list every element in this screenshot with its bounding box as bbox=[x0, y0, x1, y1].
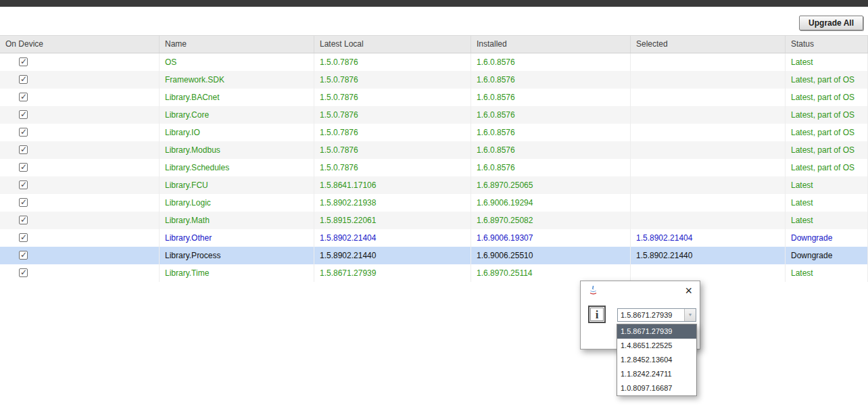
row-selected-version bbox=[631, 124, 786, 141]
column-header-status[interactable]: Status bbox=[786, 36, 868, 53]
version-combobox[interactable]: 1.5.8671.27939 ▼ bbox=[617, 308, 696, 322]
column-header-on-device[interactable]: On Device bbox=[0, 36, 160, 53]
table-header: On Device Name Latest Local Installed Se… bbox=[0, 35, 868, 53]
on-device-checkbox[interactable]: ✓ bbox=[19, 57, 28, 66]
checkmark-icon: ✓ bbox=[20, 176, 27, 193]
row-latest-local: 1.5.0.7876 bbox=[314, 159, 471, 176]
row-status: Latest, part of OS bbox=[786, 159, 868, 176]
row-status: Latest, part of OS bbox=[786, 106, 868, 124]
on-device-checkbox[interactable]: ✓ bbox=[19, 75, 28, 84]
version-dropdown-list[interactable]: 1.5.8671.279391.4.8651.225251.2.8452.136… bbox=[617, 324, 697, 396]
java-icon bbox=[589, 285, 598, 298]
table-row[interactable]: ✓ Library.Math 1.5.8915.22061 1.6.8970.2… bbox=[0, 212, 868, 229]
on-device-checkbox[interactable]: ✓ bbox=[19, 198, 28, 207]
row-status: Latest bbox=[786, 194, 868, 212]
on-device-checkbox[interactable]: ✓ bbox=[19, 180, 28, 189]
row-status: Latest bbox=[786, 264, 868, 282]
table-row[interactable]: ✓ Library.BACnet 1.5.0.7876 1.6.0.8576 L… bbox=[0, 89, 868, 106]
row-installed: 1.6.0.8576 bbox=[471, 53, 631, 71]
row-selected-version bbox=[631, 159, 786, 176]
row-status: Latest, part of OS bbox=[786, 124, 868, 141]
on-device-cell: ✓ bbox=[0, 106, 160, 124]
column-header-selected[interactable]: Selected bbox=[631, 36, 786, 53]
table-row[interactable]: ✓ Library.Other 1.5.8902.21404 1.6.9006.… bbox=[0, 229, 868, 247]
table-body: ✓ OS 1.5.0.7876 1.6.0.8576 Latest ✓ Fram… bbox=[0, 53, 868, 282]
row-latest-local: 1.5.0.7876 bbox=[314, 71, 471, 89]
table-row[interactable]: ✓ Library.Time 1.5.8671.27939 1.6.8970.2… bbox=[0, 264, 868, 282]
on-device-cell: ✓ bbox=[0, 176, 160, 194]
dropdown-option[interactable]: 1.5.8671.27939 bbox=[617, 324, 696, 339]
table-row[interactable]: ✓ Library.Modbus 1.5.0.7876 1.6.0.8576 L… bbox=[0, 141, 868, 159]
checkmark-icon: ✓ bbox=[20, 53, 27, 70]
dropdown-option[interactable]: 1.4.8651.22525 bbox=[617, 339, 696, 353]
dropdown-option[interactable]: 1.2.8452.13604 bbox=[617, 353, 696, 367]
row-selected-version bbox=[631, 106, 786, 124]
on-device-cell: ✓ bbox=[0, 71, 160, 89]
dialog-titlebar[interactable]: × bbox=[581, 281, 700, 301]
table-row[interactable]: ✓ OS 1.5.0.7876 1.6.0.8576 Latest bbox=[0, 53, 868, 71]
checkmark-icon: ✓ bbox=[20, 141, 27, 158]
row-latest-local: 1.5.8902.21404 bbox=[314, 229, 471, 247]
on-device-checkbox[interactable]: ✓ bbox=[19, 268, 28, 277]
close-icon[interactable]: × bbox=[685, 283, 692, 298]
row-selected-version: 1.5.8902.21404 bbox=[631, 229, 786, 247]
on-device-checkbox[interactable]: ✓ bbox=[19, 128, 28, 137]
row-installed: 1.6.0.8576 bbox=[471, 106, 631, 124]
row-latest-local: 1.5.8671.27939 bbox=[314, 264, 471, 282]
info-icon: i bbox=[588, 306, 606, 323]
window-top-bar bbox=[0, 0, 868, 7]
dropdown-option[interactable]: 1.1.8242.24711 bbox=[617, 367, 696, 381]
on-device-checkbox[interactable]: ✓ bbox=[19, 233, 28, 242]
row-selected-version bbox=[631, 176, 786, 194]
row-latest-local: 1.5.8902.21938 bbox=[314, 194, 471, 212]
on-device-cell: ✓ bbox=[0, 159, 160, 176]
table-row[interactable]: ✓ Framework.SDK 1.5.0.7876 1.6.0.8576 La… bbox=[0, 71, 868, 89]
table-row[interactable]: ✓ Library.Schedules 1.5.0.7876 1.6.0.857… bbox=[0, 159, 868, 176]
on-device-checkbox[interactable]: ✓ bbox=[19, 251, 28, 260]
row-latest-local: 1.5.0.7876 bbox=[314, 124, 471, 141]
combobox-value: 1.5.8671.27939 bbox=[621, 311, 672, 319]
on-device-cell: ✓ bbox=[0, 212, 160, 229]
on-device-checkbox[interactable]: ✓ bbox=[19, 93, 28, 101]
row-selected-version bbox=[631, 71, 786, 89]
table-row[interactable]: ✓ Library.IO 1.5.0.7876 1.6.0.8576 Lates… bbox=[0, 124, 868, 141]
row-name: Library.BACnet bbox=[160, 89, 314, 106]
on-device-checkbox[interactable]: ✓ bbox=[19, 163, 28, 172]
column-header-name[interactable]: Name bbox=[160, 36, 314, 53]
chevron-down-icon[interactable]: ▼ bbox=[684, 309, 696, 321]
upgrade-all-button[interactable]: Upgrade All bbox=[799, 16, 863, 30]
row-installed: 1.6.8970.25082 bbox=[471, 212, 631, 229]
on-device-cell: ✓ bbox=[0, 194, 160, 212]
on-device-cell: ✓ bbox=[0, 89, 160, 106]
checkmark-icon: ✓ bbox=[20, 89, 27, 105]
toolbar: Upgrade All bbox=[0, 7, 868, 35]
table-row[interactable]: ✓ Library.Core 1.5.0.7876 1.6.0.8576 Lat… bbox=[0, 106, 868, 124]
dropdown-option[interactable]: 1.0.8097.16687 bbox=[617, 381, 696, 395]
on-device-checkbox[interactable]: ✓ bbox=[19, 216, 28, 224]
row-name: Framework.SDK bbox=[160, 71, 314, 89]
row-name: Library.Core bbox=[160, 106, 314, 124]
row-selected-version bbox=[631, 53, 786, 71]
row-name: OS bbox=[160, 53, 314, 71]
on-device-cell: ✓ bbox=[0, 229, 160, 247]
row-name: Library.IO bbox=[160, 124, 314, 141]
on-device-cell: ✓ bbox=[0, 53, 160, 71]
row-name: Library.Other bbox=[160, 229, 314, 247]
checkmark-icon: ✓ bbox=[20, 124, 27, 141]
on-device-checkbox[interactable]: ✓ bbox=[19, 145, 28, 154]
table-row[interactable]: ✓ Library.Logic 1.5.8902.21938 1.6.9006.… bbox=[0, 194, 868, 212]
on-device-checkbox[interactable]: ✓ bbox=[19, 110, 28, 119]
row-selected-version bbox=[631, 141, 786, 159]
row-name: Library.Time bbox=[160, 264, 314, 282]
column-header-installed[interactable]: Installed bbox=[471, 36, 631, 53]
row-installed: 1.6.0.8576 bbox=[471, 124, 631, 141]
table-row[interactable]: ✓ Library.Process 1.5.8902.21440 1.6.900… bbox=[0, 247, 868, 264]
row-latest-local: 1.5.0.7876 bbox=[314, 89, 471, 106]
column-header-latest-local[interactable]: Latest Local bbox=[314, 36, 471, 53]
row-name: Library.Modbus bbox=[160, 141, 314, 159]
row-latest-local: 1.5.8915.22061 bbox=[314, 212, 471, 229]
row-status: Latest bbox=[786, 212, 868, 229]
checkmark-icon: ✓ bbox=[20, 159, 27, 176]
row-selected-version bbox=[631, 89, 786, 106]
table-row[interactable]: ✓ Library.FCU 1.5.8641.17106 1.6.8970.25… bbox=[0, 176, 868, 194]
